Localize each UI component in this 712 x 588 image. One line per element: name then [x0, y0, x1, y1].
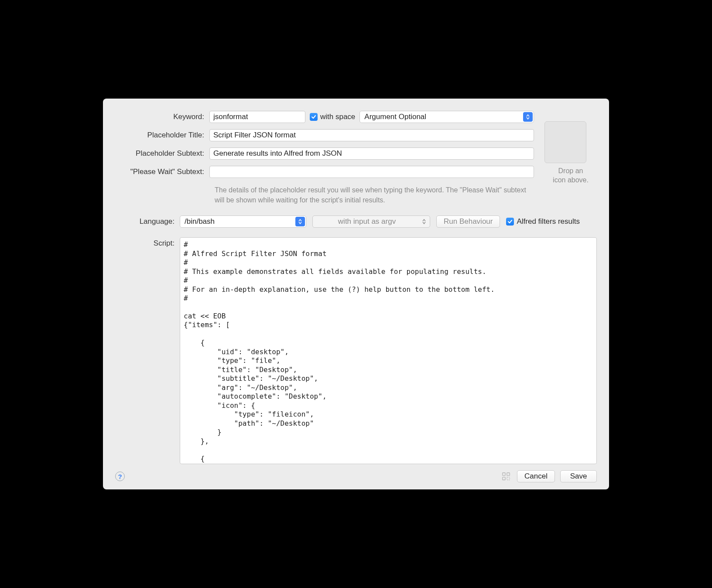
help-button[interactable]: ?: [115, 472, 125, 481]
language-select[interactable]: /bin/bash: [180, 215, 306, 228]
script-row: Script: # # Alfred Script Filter JSON fo…: [115, 237, 597, 464]
select-arrows-icon: [523, 112, 533, 122]
keyword-row: Keyword: with space Argument Optional: [115, 111, 534, 123]
input-mode-value: with input as argv: [338, 217, 396, 226]
script-textarea[interactable]: # # Alfred Script Filter JSON format # #…: [180, 237, 597, 464]
keyword-input[interactable]: [209, 111, 305, 123]
with-space-label: with space: [320, 113, 355, 121]
placeholder-subtext-row: Placeholder Subtext:: [115, 147, 534, 160]
icon-well-area: Drop an icon above.: [544, 111, 597, 185]
input-mode-select[interactable]: with input as argv: [312, 215, 430, 228]
placeholder-title-input[interactable]: [209, 129, 534, 141]
keyword-label: Keyword:: [115, 113, 209, 121]
svg-rect-0: [503, 473, 505, 475]
select-arrows-icon: [295, 217, 305, 226]
placeholder-title-row: Placeholder Title:: [115, 129, 534, 141]
alfred-filters-label: Alfred filters results: [517, 217, 580, 226]
please-wait-subtext-label: "Please Wait" Subtext:: [115, 168, 209, 176]
question-mark-icon: ?: [118, 473, 122, 480]
check-icon: [310, 113, 318, 121]
script-filter-config-sheet: Keyword: with space Argument Optional: [103, 99, 609, 489]
cancel-button[interactable]: Cancel: [517, 470, 555, 482]
select-arrows-icon: [419, 217, 429, 226]
placeholder-hint-text: The details of the placeholder result yo…: [215, 185, 527, 205]
run-behaviour-button[interactable]: Run Behaviour: [436, 215, 500, 228]
language-label: Language:: [115, 217, 180, 226]
with-space-checkbox[interactable]: with space: [310, 113, 355, 121]
svg-rect-1: [507, 473, 510, 475]
svg-rect-2: [503, 477, 505, 480]
placeholder-title-label: Placeholder Title:: [115, 131, 209, 140]
check-icon: [506, 218, 514, 226]
script-label: Script:: [115, 237, 180, 248]
please-wait-subtext-input[interactable]: [209, 166, 534, 178]
footer: ? Cancel Save: [115, 470, 597, 482]
language-value: /bin/bash: [185, 217, 215, 226]
please-wait-subtext-row: "Please Wait" Subtext:: [115, 166, 534, 178]
icon-drop-well[interactable]: [544, 121, 586, 163]
save-button[interactable]: Save: [560, 470, 597, 482]
argument-mode-select[interactable]: Argument Optional: [359, 111, 534, 123]
placeholder-subtext-input[interactable]: [209, 147, 534, 160]
snippet-icon[interactable]: [500, 471, 512, 482]
icon-well-hint: Drop an icon above.: [544, 167, 597, 185]
language-row: Language: /bin/bash with input as argv R…: [115, 215, 597, 228]
svg-rect-3: [507, 477, 510, 480]
alfred-filters-checkbox[interactable]: Alfred filters results: [506, 217, 580, 226]
argument-mode-value: Argument Optional: [364, 113, 426, 121]
placeholder-subtext-label: Placeholder Subtext:: [115, 149, 209, 158]
